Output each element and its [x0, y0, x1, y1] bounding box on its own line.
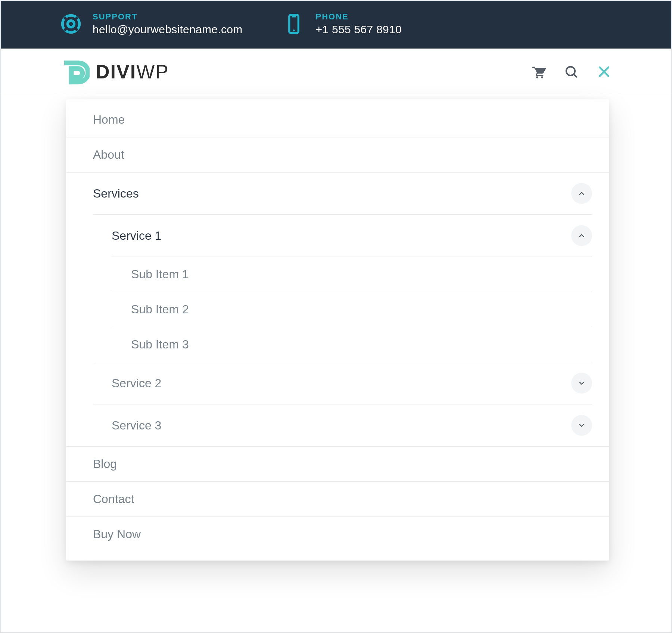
nav-item-services[interactable]: Services [66, 172, 609, 214]
svg-point-10 [541, 76, 543, 78]
nav-label: Service 3 [112, 419, 161, 432]
nav-item-about[interactable]: About [66, 137, 609, 172]
nav-item-home[interactable]: Home [66, 102, 609, 137]
close-icon[interactable] [597, 64, 612, 79]
site-logo[interactable]: DIVIWP [64, 59, 169, 84]
topbar: SUPPORT hello@yourwebsitename.com PHONE … [1, 1, 671, 49]
nav-label: Home [93, 113, 125, 127]
svg-line-2 [65, 18, 68, 21]
nav-label: Sub Item 3 [131, 338, 189, 351]
logo-text-b: WP [136, 61, 169, 83]
svg-line-3 [74, 18, 78, 21]
life-ring-icon [60, 13, 81, 34]
support-block: SUPPORT hello@yourwebsitename.com [60, 12, 242, 36]
svg-line-12 [574, 74, 577, 77]
support-label: SUPPORT [93, 12, 242, 22]
svg-point-8 [293, 30, 295, 31]
svg-point-1 [68, 21, 74, 27]
nav-item-buy-now[interactable]: Buy Now [66, 516, 609, 552]
nav-item-service-3[interactable]: Service 3 [93, 404, 592, 446]
nav-label: Services [93, 187, 139, 201]
svg-line-5 [74, 27, 78, 31]
chevron-down-icon[interactable] [571, 373, 592, 394]
nav-label: Service 2 [112, 376, 161, 390]
nav-item-service-2[interactable]: Service 2 [93, 362, 592, 404]
nav-label: Sub Item 1 [131, 267, 189, 281]
nav-label: Contact [93, 492, 134, 506]
nav-submenu-service-1: Sub Item 1 Sub Item 2 Sub Item 3 [112, 257, 592, 362]
logo-text-a: DIVI [96, 61, 136, 83]
cart-icon[interactable] [531, 64, 546, 79]
mobile-menu: Home About Services Service 1 Sub Item 1 [66, 99, 609, 561]
chevron-up-icon[interactable] [571, 183, 592, 204]
logo-mark-icon [64, 59, 90, 84]
svg-point-9 [536, 76, 538, 78]
nav-label: Blog [93, 457, 117, 471]
nav-item-contact[interactable]: Contact [66, 481, 609, 516]
nav-item-sub-item-2[interactable]: Sub Item 2 [112, 292, 592, 327]
svg-point-11 [566, 67, 575, 75]
phone-value[interactable]: +1 555 567 8910 [315, 23, 402, 36]
chevron-up-icon[interactable] [571, 225, 592, 246]
search-icon[interactable] [564, 64, 579, 79]
header-actions [531, 64, 612, 79]
logo-text: DIVIWP [96, 60, 169, 83]
nav-label: Buy Now [93, 527, 141, 541]
svg-line-4 [65, 27, 68, 31]
chevron-down-icon[interactable] [571, 415, 592, 436]
nav-submenu-services: Service 1 Sub Item 1 Sub Item 2 Sub Item… [93, 214, 592, 446]
support-value[interactable]: hello@yourwebsitename.com [93, 23, 242, 36]
nav-label: About [93, 148, 124, 162]
nav-item-sub-item-1[interactable]: Sub Item 1 [112, 257, 592, 292]
nav-item-service-1[interactable]: Service 1 [93, 215, 592, 257]
site-header: DIVIWP [1, 49, 671, 95]
nav-label: Service 1 [112, 229, 161, 243]
nav-label: Sub Item 2 [131, 302, 189, 316]
nav-item-sub-item-3[interactable]: Sub Item 3 [112, 327, 592, 362]
phone-label: PHONE [315, 12, 402, 22]
nav-item-blog[interactable]: Blog [66, 446, 609, 481]
phone-icon [283, 13, 304, 34]
phone-block: PHONE +1 555 567 8910 [283, 12, 402, 36]
